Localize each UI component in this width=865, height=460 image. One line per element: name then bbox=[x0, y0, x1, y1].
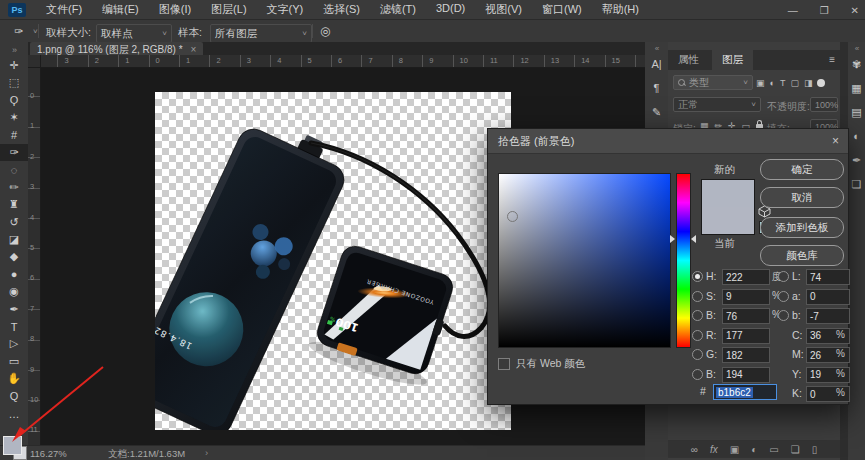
marquee-tool[interactable]: ⬚ bbox=[0, 74, 28, 91]
toolbar-overflow-icon[interactable]: » bbox=[0, 42, 28, 57]
hue-slider-arrow-right[interactable] bbox=[691, 235, 696, 243]
opacity-dropdown[interactable]: 100% bbox=[810, 97, 838, 112]
cancel-button[interactable]: 取消 bbox=[760, 187, 844, 208]
menu-item-3[interactable]: 图层(L) bbox=[211, 2, 246, 17]
crop-tool[interactable]: # bbox=[0, 127, 28, 144]
zoom-level[interactable]: 116.27% bbox=[30, 448, 67, 459]
add-layer-mask-icon[interactable]: ▣ bbox=[730, 444, 739, 455]
character-panel-icon[interactable]: A| bbox=[645, 58, 668, 70]
color-value-row: K:0% bbox=[488, 386, 850, 402]
dialog-title[interactable]: 拾色器 (前景色) bbox=[488, 129, 848, 154]
menu-item-7[interactable]: 3D(D) bbox=[436, 2, 465, 17]
menu-item-10[interactable]: 帮助(H) bbox=[602, 2, 639, 17]
value-unit: % bbox=[836, 368, 845, 379]
menu-item-8[interactable]: 视图(V) bbox=[485, 2, 522, 17]
eyedropper-tool[interactable]: ✑ bbox=[0, 144, 28, 161]
menu-item-2[interactable]: 图像(I) bbox=[159, 2, 191, 17]
path-select-tool[interactable]: ▷ bbox=[0, 335, 28, 352]
filter-toggle-icon[interactable] bbox=[817, 79, 825, 87]
new-adjustment-layer-icon[interactable]: ◐ bbox=[751, 444, 757, 455]
color-libraries-button[interactable]: 颜色库 bbox=[760, 245, 844, 266]
eyedropper-options-icon[interactable]: ✑ bbox=[14, 25, 23, 38]
shapes-panel-icon[interactable]: ❏ bbox=[848, 178, 865, 191]
value-label: K: bbox=[792, 387, 802, 399]
layer-effects-icon[interactable]: fx bbox=[710, 444, 718, 455]
brush-settings-panel-icon[interactable]: ✎ bbox=[645, 106, 668, 119]
menu-item-1[interactable]: 编辑(E) bbox=[102, 2, 139, 17]
ok-button[interactable]: 确定 bbox=[760, 159, 844, 180]
tab-close-icon[interactable]: × bbox=[191, 44, 197, 55]
magic-wand-tool[interactable]: ✶ bbox=[0, 109, 28, 126]
radio-b[interactable] bbox=[778, 310, 789, 321]
sample-dropdown[interactable]: 所有图层 ˅ bbox=[210, 24, 312, 43]
edit-toolbar[interactable]: … bbox=[0, 405, 28, 422]
photoshop-logo-icon[interactable]: Ps bbox=[8, 3, 26, 17]
libraries-panel-icon[interactable]: ▤ bbox=[848, 106, 865, 119]
add-to-swatches-button[interactable]: 添加到色板 bbox=[760, 217, 844, 238]
close-icon[interactable]: ✕ bbox=[851, 5, 859, 16]
delete-layer-icon[interactable]: ▯ bbox=[812, 444, 818, 455]
panel-menu-icon[interactable]: ≡ bbox=[829, 54, 835, 65]
tab-layers[interactable]: 图层 bbox=[712, 50, 753, 70]
collapse-dock-icon[interactable]: « bbox=[848, 44, 865, 53]
color-panel-icon[interactable]: ✾ bbox=[848, 58, 865, 71]
sample-ring-icon[interactable]: ◎ bbox=[320, 24, 330, 38]
eraser-tool[interactable]: ◪ bbox=[0, 231, 28, 248]
new-group-icon[interactable]: ▭ bbox=[769, 444, 778, 455]
ruler-mark: 15 bbox=[612, 56, 620, 65]
menu-item-0[interactable]: 文件(F) bbox=[46, 2, 82, 17]
transparent-artboard[interactable]: 18.4.82 YOOZONE CHARGER 1 bbox=[155, 92, 511, 430]
menu-item-4[interactable]: 文字(Y) bbox=[267, 2, 304, 17]
blur-tool[interactable]: ● bbox=[0, 266, 28, 283]
dialog-close-icon[interactable]: × bbox=[832, 134, 839, 148]
patch-tool[interactable]: ◌ bbox=[0, 161, 28, 178]
zoom-tool[interactable]: Q bbox=[0, 388, 28, 405]
new-layer-icon[interactable]: ❏ bbox=[791, 444, 800, 455]
pen-tool[interactable]: ✒ bbox=[0, 301, 28, 318]
menu-item-9[interactable]: 窗口(W) bbox=[542, 2, 582, 17]
value-input[interactable]: -7 bbox=[806, 308, 850, 324]
dodge-tool[interactable]: ◉ bbox=[0, 283, 28, 300]
menu-item-5[interactable]: 选择(S) bbox=[323, 2, 360, 17]
layer-filter-search[interactable]: 类型 ˅ bbox=[673, 75, 753, 90]
minimize-icon[interactable]: — bbox=[788, 5, 798, 16]
swatches-panel-icon[interactable]: ▦ bbox=[848, 82, 865, 95]
adjustments-panel-icon[interactable]: ◐ bbox=[848, 130, 865, 142]
value-input[interactable]: 74 bbox=[806, 269, 850, 285]
artwork-image: 18.4.82 YOOZONE CHARGER 1 bbox=[155, 92, 511, 430]
paths-panel-icon[interactable]: ✒ bbox=[848, 154, 865, 167]
filter-type-layers-icon[interactable]: T bbox=[780, 78, 786, 88]
gradient-tool[interactable]: ◆ bbox=[0, 248, 28, 265]
value-input[interactable]: 0 bbox=[806, 289, 850, 305]
lasso-tool[interactable]: Ϙ bbox=[0, 92, 28, 109]
restore-icon[interactable]: ❐ bbox=[820, 5, 829, 16]
tab-properties[interactable]: 属性 bbox=[668, 50, 709, 70]
type-tool[interactable]: T bbox=[0, 318, 28, 335]
collapse-dock-icon[interactable]: « bbox=[645, 44, 668, 53]
eyedropper-caret-icon[interactable]: ˅ bbox=[33, 27, 38, 36]
blend-mode-dropdown[interactable]: 正常 ˅ bbox=[673, 97, 761, 112]
status-chevron-icon[interactable]: › bbox=[205, 447, 208, 458]
sample-size-dropdown[interactable]: 取样点 ˅ bbox=[96, 24, 172, 43]
menu-item-6[interactable]: 滤镜(T) bbox=[380, 2, 416, 17]
foreground-color-swatch[interactable] bbox=[3, 436, 22, 455]
link-layers-icon[interactable]: ∞ bbox=[691, 444, 698, 455]
shape-tool[interactable]: ▭ bbox=[0, 353, 28, 370]
web-colors-only-checkbox[interactable] bbox=[498, 358, 510, 370]
hue-slider-arrow-left[interactable] bbox=[670, 235, 675, 243]
radio-a[interactable] bbox=[778, 291, 789, 302]
paragraph-panel-icon[interactable]: ¶ bbox=[645, 82, 668, 94]
value-unit: % bbox=[836, 348, 845, 359]
color-field-marker[interactable] bbox=[507, 211, 518, 222]
filter-smart-objects-icon[interactable]: ◨ bbox=[804, 78, 813, 88]
brush-tool[interactable]: ✏ bbox=[0, 179, 28, 196]
clone-stamp-tool[interactable]: ♜ bbox=[0, 196, 28, 213]
filter-adjustment-layers-icon[interactable]: ◐ bbox=[770, 78, 775, 88]
hex-input[interactable]: b1b6c2 bbox=[713, 384, 777, 400]
move-tool[interactable]: ✛ bbox=[0, 57, 28, 74]
hand-tool[interactable]: ✋ bbox=[0, 370, 28, 387]
history-brush-tool[interactable]: ↺ bbox=[0, 214, 28, 231]
radio-L[interactable] bbox=[778, 271, 789, 282]
filter-pixel-layers-icon[interactable]: ▣ bbox=[756, 78, 765, 88]
filter-shape-layers-icon[interactable]: ▢ bbox=[790, 78, 799, 88]
